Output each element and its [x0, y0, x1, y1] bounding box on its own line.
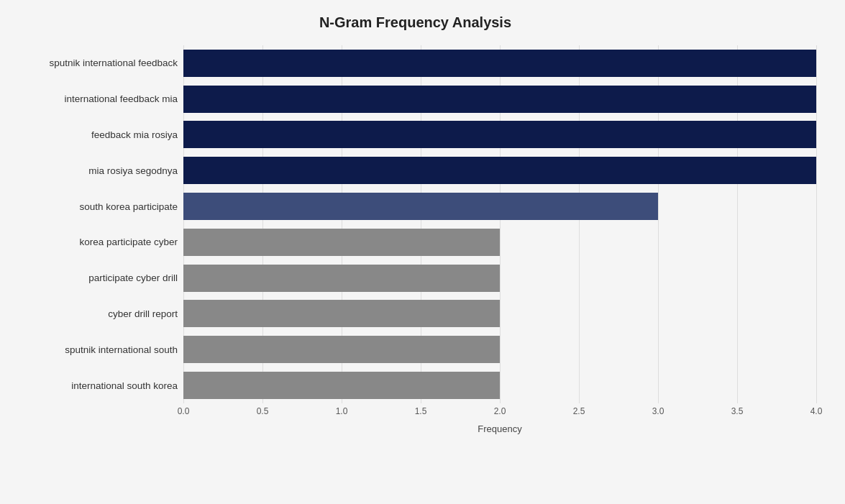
x-tick-label: 2.5: [573, 406, 585, 416]
bar-track: [183, 121, 816, 148]
bar-row: participate cyber drill: [14, 260, 816, 296]
bar-fill: [183, 229, 500, 256]
x-tick-label: 1.0: [336, 406, 348, 416]
x-tick-label: 3.0: [652, 406, 664, 416]
bar-track: [183, 157, 816, 184]
grid-line: [816, 45, 817, 403]
bar-track: [183, 193, 816, 220]
bar-fill: [183, 157, 816, 184]
bar-label: sputnik international feedback: [14, 58, 183, 68]
bar-label: participate cyber drill: [14, 272, 183, 283]
bar-fill: [183, 265, 500, 292]
x-tick-label: 1.5: [415, 406, 427, 416]
bar-row: korea participate cyber: [14, 224, 816, 260]
chart-title: N-Gram Frequency Analysis: [14, 14, 816, 31]
bar-track: [183, 265, 816, 292]
bar-fill: [183, 50, 816, 77]
bar-track: [183, 300, 816, 327]
bar-track: [183, 372, 816, 399]
bar-fill: [183, 121, 816, 148]
x-tick-label: 4.0: [810, 406, 823, 416]
bar-row: feedback mia rosiya: [14, 117, 816, 153]
x-tick-label: 0.5: [257, 406, 269, 416]
x-axis: 0.00.51.01.52.02.53.03.54.0 Frequency: [14, 406, 816, 434]
x-tick-label: 0.0: [178, 406, 190, 416]
bar-row: mia rosiya segodnya: [14, 152, 816, 188]
bar-fill: [183, 336, 500, 363]
bar-label: cyber drill report: [14, 308, 183, 319]
bar-row: south korea participate: [14, 188, 816, 224]
bar-label: south korea participate: [14, 201, 183, 212]
bar-label: mia rosiya segodnya: [14, 165, 183, 176]
bar-track: [183, 50, 816, 77]
bar-label: international feedback mia: [14, 93, 183, 104]
bar-row: sputnik international south: [14, 331, 816, 367]
x-tick-label: 3.5: [731, 406, 744, 416]
bar-row: international feedback mia: [14, 81, 816, 117]
x-axis-ticks: 0.00.51.01.52.02.53.03.54.0: [183, 406, 816, 421]
bar-row: cyber drill report: [14, 296, 816, 332]
bar-row: sputnik international feedback: [14, 45, 816, 81]
bar-fill: [183, 193, 658, 220]
bar-track: [183, 336, 816, 363]
bar-fill: [183, 372, 500, 399]
bars-section: sputnik international feedbackinternatio…: [14, 45, 816, 403]
bar-label: feedback mia rosiya: [14, 129, 183, 140]
bar-fill: [183, 86, 816, 113]
bar-track: [183, 229, 816, 256]
bar-label: korea participate cyber: [14, 237, 183, 247]
x-axis-label: Frequency: [183, 423, 816, 434]
bar-fill: [183, 300, 500, 327]
bar-track: [183, 86, 816, 113]
x-tick-label: 2.0: [494, 406, 506, 416]
chart-container: N-Gram Frequency Analysis sputnik intern…: [0, 0, 845, 504]
chart-area: sputnik international feedbackinternatio…: [14, 45, 816, 434]
bar-label: sputnik international south: [14, 344, 183, 355]
bar-row: international south korea: [14, 367, 816, 403]
bar-label: international south korea: [14, 380, 183, 391]
